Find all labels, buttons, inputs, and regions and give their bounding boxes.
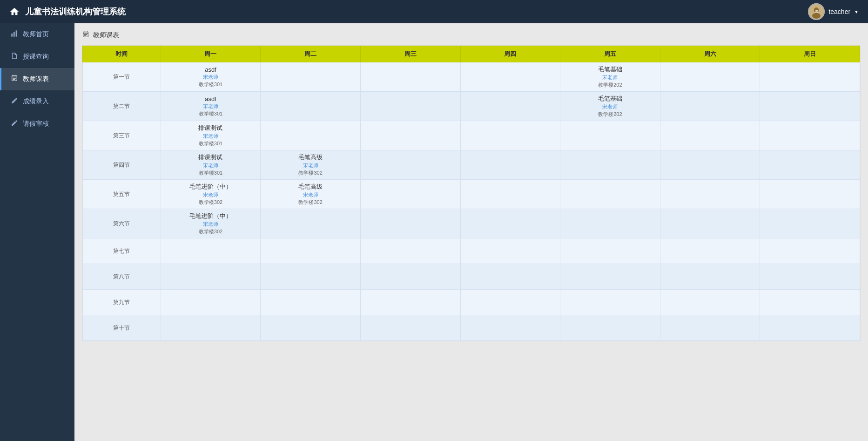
cell-sun-1	[760, 92, 860, 121]
col-header-thu: 周四	[460, 46, 560, 62]
lesson-room: 教学楼302	[199, 199, 222, 206]
table-row: 第五节毛笔进阶（中）宋老师教学楼302毛笔高级宋老师教学楼302	[83, 180, 860, 209]
table-row: 第二节asdf宋老师教学楼301毛笔基础宋老师教学楼202	[83, 92, 860, 121]
cell-wed-8	[360, 290, 460, 315]
cell-mon-8	[161, 290, 261, 315]
lesson-teacher: 宋老师	[203, 162, 218, 169]
lesson-teacher: 宋老师	[203, 221, 218, 228]
lesson-teacher: 宋老师	[303, 162, 318, 169]
cell-time-0: 第一节	[83, 62, 161, 92]
lesson-fri-0: 毛笔基础宋老师教学楼202	[562, 65, 658, 88]
cell-sun-0	[760, 62, 860, 92]
lesson-room: 教学楼302	[199, 228, 222, 235]
app-header: 儿童书法训练机构管理系统 書 teacher ▼	[0, 0, 868, 23]
cell-thu-6	[460, 238, 560, 264]
cell-tue-6	[261, 238, 361, 264]
cell-sat-5	[660, 209, 760, 238]
cell-sat-4	[660, 180, 760, 209]
table-row: 第六节毛笔进阶（中）宋老师教学楼302	[83, 209, 860, 238]
cell-mon-3: 排课测试宋老师教学楼301	[161, 150, 261, 180]
cell-sun-5	[760, 209, 860, 238]
lesson-room: 教学楼202	[598, 81, 622, 88]
cell-wed-9	[360, 315, 460, 341]
cell-mon-1: asdf宋老师教学楼301	[161, 92, 261, 121]
avatar: 書	[808, 3, 825, 20]
cell-sat-8	[660, 290, 760, 315]
lesson-title: 毛笔进阶（中）	[189, 183, 232, 191]
lesson-title: 排课测试	[198, 124, 222, 132]
schedule-table: 时间 周一 周二 周三 周四 周五 周六 周日 第一节asdf宋老师教学楼301…	[82, 46, 860, 341]
cell-wed-4	[360, 180, 460, 209]
sidebar-item-teacher-schedule[interactable]: 教师课表	[0, 68, 74, 90]
schedule-table-container: 时间 周一 周二 周三 周四 周五 周六 周日 第一节asdf宋老师教学楼301…	[82, 45, 861, 341]
lesson-tue-3: 毛笔高级宋老师教学楼302	[262, 153, 358, 176]
table-body: 第一节asdf宋老师教学楼301毛笔基础宋老师教学楼202第二节asdf宋老师教…	[83, 62, 860, 341]
cell-sat-7	[660, 264, 760, 290]
cell-wed-5	[360, 209, 460, 238]
cell-time-6: 第七节	[83, 238, 161, 264]
cell-fri-9	[560, 315, 660, 341]
cell-mon-5: 毛笔进阶（中）宋老师教学楼302	[161, 209, 261, 238]
sidebar-item-teacher-home[interactable]: 教师首页	[0, 23, 74, 46]
cell-fri-3	[560, 150, 660, 180]
cell-wed-0	[360, 62, 460, 92]
cell-mon-9	[161, 315, 261, 341]
schedule-icon	[11, 75, 18, 84]
lesson-room: 教学楼301	[199, 81, 222, 88]
cell-mon-6	[161, 238, 261, 264]
user-menu[interactable]: 書 teacher ▼	[808, 3, 859, 20]
cell-fri-6	[560, 238, 660, 264]
sidebar-item-grade-entry[interactable]: 成绩录入	[0, 90, 74, 113]
cell-wed-6	[360, 238, 460, 264]
lesson-teacher: 宋老师	[303, 191, 318, 198]
cell-fri-2	[560, 121, 660, 150]
cell-tue-4: 毛笔高级宋老师教学楼302	[261, 180, 361, 209]
cell-sun-7	[760, 264, 860, 290]
col-header-fri: 周五	[560, 46, 660, 62]
cell-wed-7	[360, 264, 460, 290]
cell-thu-2	[460, 121, 560, 150]
lesson-title: 排课测试	[198, 153, 222, 162]
svg-rect-4	[11, 34, 13, 37]
table-header: 时间 周一 周二 周三 周四 周五 周六 周日	[83, 46, 860, 62]
cell-sat-1	[660, 92, 760, 121]
cell-tue-9	[261, 315, 361, 341]
cell-sun-3	[760, 150, 860, 180]
lesson-room: 教学楼301	[199, 170, 222, 176]
lesson-mon-1: asdf宋老师教学楼301	[163, 95, 259, 117]
lesson-mon-5: 毛笔进阶（中）宋老师教学楼302	[163, 212, 259, 235]
cell-sun-8	[760, 290, 860, 315]
sidebar-item-course-query[interactable]: 授课查询	[0, 46, 74, 68]
cell-tue-0	[261, 62, 361, 92]
lesson-mon-3: 排课测试宋老师教学楼301	[163, 153, 259, 176]
cell-thu-1	[460, 92, 560, 121]
header-left: 儿童书法训练机构管理系统	[9, 6, 126, 17]
cell-thu-5	[460, 209, 560, 238]
svg-text:書: 書	[815, 10, 818, 14]
lesson-title: 毛笔高级	[298, 183, 323, 191]
home-icon[interactable]	[9, 7, 20, 17]
cell-thu-4	[460, 180, 560, 209]
cell-time-8: 第九节	[83, 290, 161, 315]
cell-sun-2	[760, 121, 860, 150]
avatar-image: 書	[808, 3, 825, 20]
username: teacher	[828, 8, 850, 15]
lesson-room: 教学楼301	[199, 110, 222, 117]
sidebar-item-leave-audit[interactable]: 请假审核	[0, 113, 74, 135]
table-row: 第十节	[83, 315, 860, 341]
user-dropdown-arrow[interactable]: ▼	[854, 9, 859, 14]
lesson-title: asdf	[205, 95, 216, 102]
cell-sat-3	[660, 150, 760, 180]
cell-tue-8	[261, 290, 361, 315]
cell-fri-7	[560, 264, 660, 290]
col-header-tue: 周二	[261, 46, 361, 62]
table-row: 第七节	[83, 238, 860, 264]
lesson-title: 毛笔高级	[298, 153, 323, 162]
lesson-room: 教学楼302	[298, 199, 322, 206]
lesson-fri-1: 毛笔基础宋老师教学楼202	[562, 95, 658, 118]
cell-fri-1: 毛笔基础宋老师教学楼202	[560, 92, 660, 121]
sidebar: 教师首页 授课查询 教师课表 成绩录入	[0, 23, 74, 441]
col-header-time: 时间	[83, 46, 161, 62]
col-header-sun: 周日	[760, 46, 860, 62]
lesson-teacher: 宋老师	[203, 191, 218, 198]
